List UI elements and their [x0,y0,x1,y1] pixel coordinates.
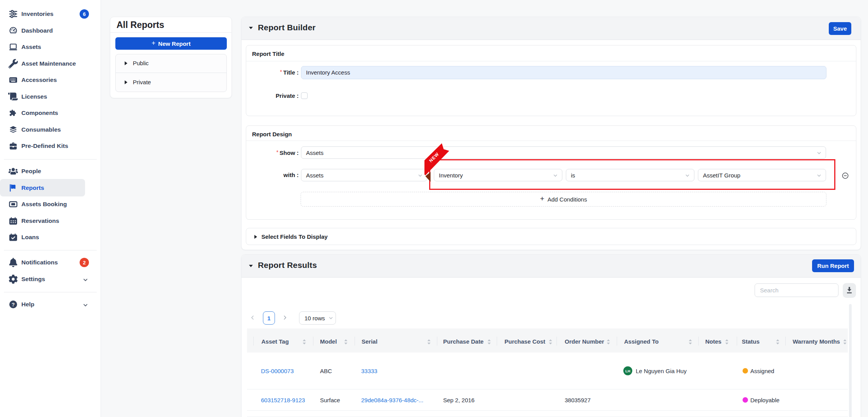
svg-text:?: ? [12,301,15,307]
